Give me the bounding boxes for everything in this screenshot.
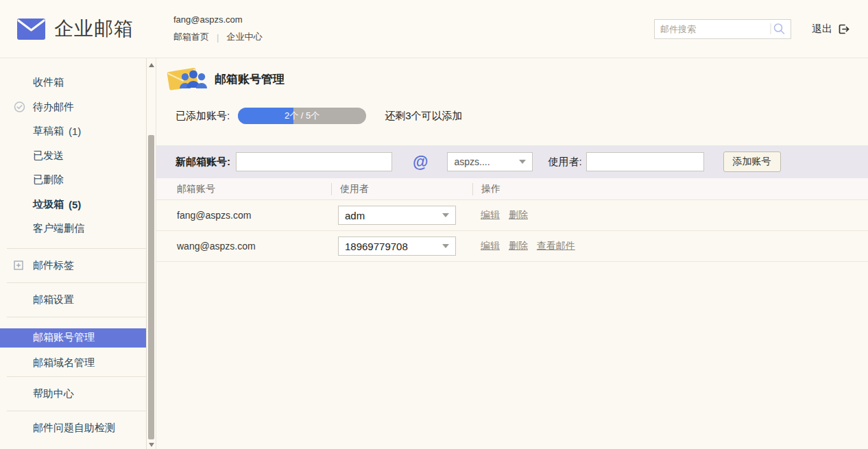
chevron-down-icon bbox=[442, 244, 449, 248]
chevron-down-icon bbox=[519, 160, 526, 164]
nav-enterprise-center[interactable]: 企业中心 bbox=[226, 31, 262, 43]
edit-link[interactable]: 编辑 bbox=[481, 209, 500, 220]
view-mail-link[interactable]: 查看邮件 bbox=[537, 240, 575, 251]
sidebar-item-help-center[interactable]: 帮助中心 bbox=[0, 377, 146, 411]
sidebar-item-label: 客户端删信 bbox=[33, 222, 84, 235]
chevron-down-icon bbox=[442, 213, 449, 217]
column-header-user: 使用者 bbox=[331, 183, 472, 195]
sidebar-item-label: 已删除 bbox=[33, 173, 64, 186]
add-account-button[interactable]: 添加账号 bbox=[723, 151, 781, 172]
quota-progress: 2个 / 5个 bbox=[238, 108, 366, 124]
table-row: fang@aspzs.com adm 编辑 删除 bbox=[156, 200, 868, 231]
logout-label: 退出 bbox=[812, 23, 832, 36]
user-select-value: 18969779708 bbox=[345, 241, 408, 252]
scrollbar-thumb[interactable] bbox=[148, 135, 154, 439]
clock-check-icon bbox=[14, 101, 25, 113]
quota-label: 已添加账号: bbox=[176, 110, 230, 123]
sidebar-item-label: 邮件问题自助检测 bbox=[33, 422, 115, 435]
column-header-actions: 操作 bbox=[472, 183, 868, 195]
sidebar-item-label: 垃圾箱 bbox=[33, 198, 64, 211]
sidebar-item-label: 邮箱设置 bbox=[33, 293, 74, 306]
page-title: 邮箱账号管理 bbox=[215, 71, 285, 87]
user-select-value: adm bbox=[345, 210, 365, 221]
sidebar-item-deleted[interactable]: 已删除 bbox=[0, 168, 146, 193]
sidebar-item-todo-mail[interactable]: 待办邮件 bbox=[0, 95, 146, 120]
column-header-email: 邮箱账号 bbox=[156, 183, 331, 195]
scroll-up-arrow-icon[interactable] bbox=[149, 63, 154, 67]
top-header: 企业邮箱 fang@aspzs.com 邮箱首页 | 企业中心 退出 bbox=[0, 0, 868, 58]
user-input[interactable] bbox=[586, 152, 704, 171]
sidebar-item-inbox[interactable]: 收件箱 bbox=[0, 71, 146, 95]
scroll-down-arrow-icon[interactable] bbox=[149, 443, 154, 447]
table-row: wang@aspzs.com 18969779708 编辑 删除 查看邮件 bbox=[156, 231, 868, 262]
search-input[interactable] bbox=[655, 24, 770, 34]
plus-box-icon bbox=[14, 260, 23, 270]
sidebar-item-client-deleted[interactable]: 客户端删信 bbox=[0, 217, 146, 241]
sidebar-item-label: 邮件标签 bbox=[33, 259, 74, 272]
sidebar-item-label: 邮箱账号管理 bbox=[33, 331, 95, 344]
sidebar-item-account-management[interactable]: 邮箱账号管理 bbox=[0, 328, 146, 348]
sidebar: 收件箱 待办邮件 草稿箱 (1) 已发送 已删除 bbox=[0, 58, 156, 449]
new-account-label: 新邮箱账号: bbox=[176, 156, 230, 169]
user-label: 使用者: bbox=[548, 156, 581, 169]
junk-count-badge: (5) bbox=[69, 199, 81, 210]
accounts-table-header: 邮箱账号 使用者 操作 bbox=[156, 178, 868, 200]
mail-search-box bbox=[654, 19, 791, 39]
main-content: 邮箱账号管理 已添加账号: 2个 / 5个 还剩3个可以添加 新邮箱账号: @ … bbox=[156, 58, 868, 449]
delete-link[interactable]: 删除 bbox=[509, 209, 528, 220]
envelope-logo-icon bbox=[17, 19, 45, 40]
logout-icon bbox=[837, 23, 850, 36]
sidebar-item-label: 已发送 bbox=[33, 149, 64, 162]
sidebar-item-label: 邮箱域名管理 bbox=[33, 356, 95, 369]
sidebar-item-drafts[interactable]: 草稿箱 (1) bbox=[0, 119, 146, 144]
nav-mail-home[interactable]: 邮箱首页 bbox=[173, 31, 209, 43]
account-management-icon bbox=[167, 65, 208, 93]
domain-select-value: aspzs.... bbox=[454, 156, 490, 167]
sidebar-divider bbox=[7, 317, 146, 317]
header-nav: 邮箱首页 | 企业中心 bbox=[173, 31, 262, 43]
account-email-cell: fang@aspzs.com bbox=[156, 210, 331, 221]
search-icon[interactable] bbox=[770, 21, 791, 36]
domain-select[interactable]: aspzs.... bbox=[447, 152, 533, 171]
sidebar-scrollbar bbox=[147, 58, 156, 449]
user-select[interactable]: 18969779708 bbox=[338, 236, 456, 256]
nav-separator: | bbox=[217, 32, 219, 43]
app-logo: 企业邮箱 bbox=[17, 16, 134, 42]
logo-text: 企业邮箱 bbox=[54, 16, 134, 42]
edit-link[interactable]: 编辑 bbox=[481, 240, 500, 251]
logout-button[interactable]: 退出 bbox=[812, 23, 850, 36]
sidebar-item-label: 收件箱 bbox=[33, 76, 64, 89]
quota-progress-text: 2个 / 5个 bbox=[238, 108, 366, 124]
at-symbol: @ bbox=[413, 153, 428, 171]
sidebar-item-label: 待办邮件 bbox=[33, 101, 74, 114]
sidebar-item-mail-settings[interactable]: 邮箱设置 bbox=[0, 283, 146, 317]
account-email-cell: wang@aspzs.com bbox=[156, 241, 331, 252]
sidebar-item-domain-management[interactable]: 邮箱域名管理 bbox=[0, 350, 146, 376]
add-account-form: 新邮箱账号: @ aspzs.... 使用者: 添加账号 bbox=[156, 145, 868, 178]
sidebar-item-mail-tags[interactable]: 邮件标签 bbox=[0, 249, 146, 282]
new-account-input[interactable] bbox=[236, 152, 392, 171]
sidebar-item-junk[interactable]: 垃圾箱 (5) bbox=[0, 193, 146, 217]
quota-remaining-text: 还剩3个可以添加 bbox=[385, 110, 462, 123]
sidebar-item-label: 草稿箱 bbox=[33, 125, 64, 138]
delete-link[interactable]: 删除 bbox=[509, 240, 528, 251]
sidebar-item-label: 帮助中心 bbox=[33, 387, 74, 400]
drafts-count-badge: (1) bbox=[69, 125, 81, 137]
sidebar-item-self-check[interactable]: 邮件问题自助检测 bbox=[0, 411, 146, 445]
sidebar-item-sent[interactable]: 已发送 bbox=[0, 144, 146, 169]
user-select[interactable]: adm bbox=[338, 206, 456, 225]
account-email: fang@aspzs.com bbox=[173, 14, 262, 25]
